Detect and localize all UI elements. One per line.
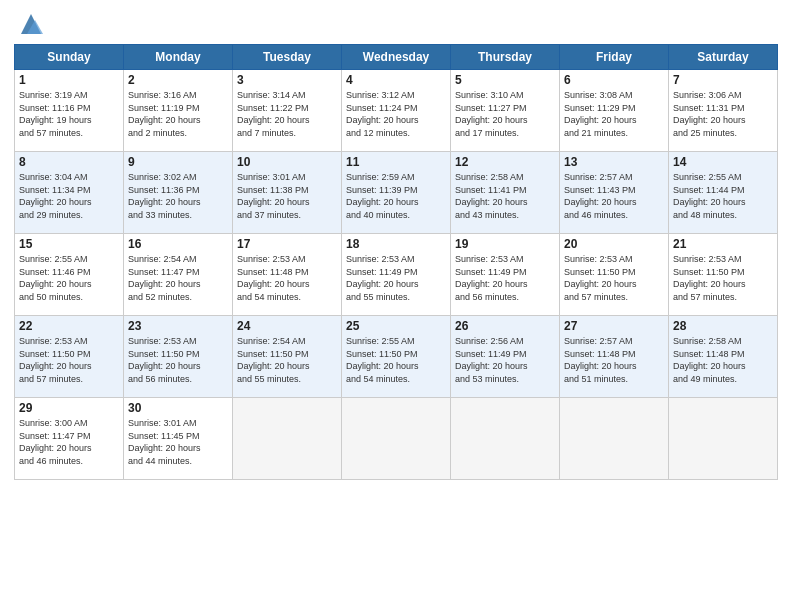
day-number: 1 bbox=[19, 73, 119, 87]
day-info: Sunrise: 3:06 AM Sunset: 11:31 PM Daylig… bbox=[673, 89, 773, 139]
weekday-header: Tuesday bbox=[233, 45, 342, 70]
day-number: 23 bbox=[128, 319, 228, 333]
day-number: 10 bbox=[237, 155, 337, 169]
day-info: Sunrise: 3:02 AM Sunset: 11:36 PM Daylig… bbox=[128, 171, 228, 221]
calendar-day-cell: 4Sunrise: 3:12 AM Sunset: 11:24 PM Dayli… bbox=[342, 70, 451, 152]
calendar-day-cell: 26Sunrise: 2:56 AM Sunset: 11:49 PM Dayl… bbox=[451, 316, 560, 398]
day-number: 5 bbox=[455, 73, 555, 87]
calendar-day-cell: 20Sunrise: 2:53 AM Sunset: 11:50 PM Dayl… bbox=[560, 234, 669, 316]
header bbox=[14, 10, 778, 38]
day-info: Sunrise: 3:10 AM Sunset: 11:27 PM Daylig… bbox=[455, 89, 555, 139]
calendar-day-cell: 21Sunrise: 2:53 AM Sunset: 11:50 PM Dayl… bbox=[669, 234, 778, 316]
day-info: Sunrise: 2:54 AM Sunset: 11:50 PM Daylig… bbox=[237, 335, 337, 385]
calendar-day-cell: 9Sunrise: 3:02 AM Sunset: 11:36 PM Dayli… bbox=[124, 152, 233, 234]
day-info: Sunrise: 2:53 AM Sunset: 11:48 PM Daylig… bbox=[237, 253, 337, 303]
calendar-day-cell: 27Sunrise: 2:57 AM Sunset: 11:48 PM Dayl… bbox=[560, 316, 669, 398]
logo-icon bbox=[17, 10, 45, 38]
day-number: 22 bbox=[19, 319, 119, 333]
day-info: Sunrise: 2:58 AM Sunset: 11:48 PM Daylig… bbox=[673, 335, 773, 385]
day-info: Sunrise: 2:58 AM Sunset: 11:41 PM Daylig… bbox=[455, 171, 555, 221]
day-info: Sunrise: 3:12 AM Sunset: 11:24 PM Daylig… bbox=[346, 89, 446, 139]
calendar-day-cell bbox=[560, 398, 669, 480]
day-number: 8 bbox=[19, 155, 119, 169]
day-info: Sunrise: 3:19 AM Sunset: 11:16 PM Daylig… bbox=[19, 89, 119, 139]
day-info: Sunrise: 2:57 AM Sunset: 11:48 PM Daylig… bbox=[564, 335, 664, 385]
weekday-header: Monday bbox=[124, 45, 233, 70]
day-number: 11 bbox=[346, 155, 446, 169]
day-number: 30 bbox=[128, 401, 228, 415]
calendar-day-cell bbox=[342, 398, 451, 480]
day-info: Sunrise: 3:16 AM Sunset: 11:19 PM Daylig… bbox=[128, 89, 228, 139]
weekday-header: Wednesday bbox=[342, 45, 451, 70]
day-number: 20 bbox=[564, 237, 664, 251]
calendar-day-cell: 29Sunrise: 3:00 AM Sunset: 11:47 PM Dayl… bbox=[15, 398, 124, 480]
day-number: 12 bbox=[455, 155, 555, 169]
calendar-day-cell: 24Sunrise: 2:54 AM Sunset: 11:50 PM Dayl… bbox=[233, 316, 342, 398]
calendar-day-cell: 18Sunrise: 2:53 AM Sunset: 11:49 PM Dayl… bbox=[342, 234, 451, 316]
calendar-day-cell: 10Sunrise: 3:01 AM Sunset: 11:38 PM Dayl… bbox=[233, 152, 342, 234]
calendar-week-row: 22Sunrise: 2:53 AM Sunset: 11:50 PM Dayl… bbox=[15, 316, 778, 398]
day-info: Sunrise: 2:55 AM Sunset: 11:46 PM Daylig… bbox=[19, 253, 119, 303]
weekday-header: Thursday bbox=[451, 45, 560, 70]
day-info: Sunrise: 3:14 AM Sunset: 11:22 PM Daylig… bbox=[237, 89, 337, 139]
calendar-week-row: 8Sunrise: 3:04 AM Sunset: 11:34 PM Dayli… bbox=[15, 152, 778, 234]
calendar-day-cell: 30Sunrise: 3:01 AM Sunset: 11:45 PM Dayl… bbox=[124, 398, 233, 480]
calendar-day-cell: 2Sunrise: 3:16 AM Sunset: 11:19 PM Dayli… bbox=[124, 70, 233, 152]
calendar-day-cell bbox=[233, 398, 342, 480]
day-info: Sunrise: 3:04 AM Sunset: 11:34 PM Daylig… bbox=[19, 171, 119, 221]
day-info: Sunrise: 2:55 AM Sunset: 11:50 PM Daylig… bbox=[346, 335, 446, 385]
day-number: 25 bbox=[346, 319, 446, 333]
day-number: 4 bbox=[346, 73, 446, 87]
day-number: 16 bbox=[128, 237, 228, 251]
day-info: Sunrise: 2:53 AM Sunset: 11:50 PM Daylig… bbox=[128, 335, 228, 385]
calendar-day-cell: 6Sunrise: 3:08 AM Sunset: 11:29 PM Dayli… bbox=[560, 70, 669, 152]
calendar-header-row: SundayMondayTuesdayWednesdayThursdayFrid… bbox=[15, 45, 778, 70]
day-number: 24 bbox=[237, 319, 337, 333]
day-info: Sunrise: 3:01 AM Sunset: 11:38 PM Daylig… bbox=[237, 171, 337, 221]
calendar-day-cell: 25Sunrise: 2:55 AM Sunset: 11:50 PM Dayl… bbox=[342, 316, 451, 398]
day-info: Sunrise: 2:53 AM Sunset: 11:49 PM Daylig… bbox=[346, 253, 446, 303]
calendar-day-cell: 11Sunrise: 2:59 AM Sunset: 11:39 PM Dayl… bbox=[342, 152, 451, 234]
day-number: 21 bbox=[673, 237, 773, 251]
calendar-day-cell: 17Sunrise: 2:53 AM Sunset: 11:48 PM Dayl… bbox=[233, 234, 342, 316]
calendar-day-cell: 22Sunrise: 2:53 AM Sunset: 11:50 PM Dayl… bbox=[15, 316, 124, 398]
calendar-table: SundayMondayTuesdayWednesdayThursdayFrid… bbox=[14, 44, 778, 480]
day-info: Sunrise: 2:53 AM Sunset: 11:50 PM Daylig… bbox=[673, 253, 773, 303]
weekday-header: Saturday bbox=[669, 45, 778, 70]
day-info: Sunrise: 2:53 AM Sunset: 11:50 PM Daylig… bbox=[564, 253, 664, 303]
day-info: Sunrise: 3:01 AM Sunset: 11:45 PM Daylig… bbox=[128, 417, 228, 467]
day-number: 29 bbox=[19, 401, 119, 415]
calendar-day-cell: 14Sunrise: 2:55 AM Sunset: 11:44 PM Dayl… bbox=[669, 152, 778, 234]
calendar-day-cell bbox=[669, 398, 778, 480]
calendar-day-cell: 8Sunrise: 3:04 AM Sunset: 11:34 PM Dayli… bbox=[15, 152, 124, 234]
calendar-day-cell: 19Sunrise: 2:53 AM Sunset: 11:49 PM Dayl… bbox=[451, 234, 560, 316]
weekday-header: Sunday bbox=[15, 45, 124, 70]
day-info: Sunrise: 3:00 AM Sunset: 11:47 PM Daylig… bbox=[19, 417, 119, 467]
calendar-day-cell: 12Sunrise: 2:58 AM Sunset: 11:41 PM Dayl… bbox=[451, 152, 560, 234]
calendar-day-cell: 3Sunrise: 3:14 AM Sunset: 11:22 PM Dayli… bbox=[233, 70, 342, 152]
day-number: 14 bbox=[673, 155, 773, 169]
calendar-day-cell: 7Sunrise: 3:06 AM Sunset: 11:31 PM Dayli… bbox=[669, 70, 778, 152]
calendar-week-row: 15Sunrise: 2:55 AM Sunset: 11:46 PM Dayl… bbox=[15, 234, 778, 316]
day-number: 27 bbox=[564, 319, 664, 333]
day-number: 9 bbox=[128, 155, 228, 169]
day-info: Sunrise: 3:08 AM Sunset: 11:29 PM Daylig… bbox=[564, 89, 664, 139]
calendar-day-cell: 28Sunrise: 2:58 AM Sunset: 11:48 PM Dayl… bbox=[669, 316, 778, 398]
day-number: 3 bbox=[237, 73, 337, 87]
day-number: 26 bbox=[455, 319, 555, 333]
day-number: 6 bbox=[564, 73, 664, 87]
day-info: Sunrise: 2:55 AM Sunset: 11:44 PM Daylig… bbox=[673, 171, 773, 221]
page: SundayMondayTuesdayWednesdayThursdayFrid… bbox=[0, 0, 792, 612]
calendar-day-cell: 13Sunrise: 2:57 AM Sunset: 11:43 PM Dayl… bbox=[560, 152, 669, 234]
calendar-day-cell: 1Sunrise: 3:19 AM Sunset: 11:16 PM Dayli… bbox=[15, 70, 124, 152]
weekday-header: Friday bbox=[560, 45, 669, 70]
day-number: 19 bbox=[455, 237, 555, 251]
day-number: 15 bbox=[19, 237, 119, 251]
day-info: Sunrise: 2:54 AM Sunset: 11:47 PM Daylig… bbox=[128, 253, 228, 303]
day-number: 28 bbox=[673, 319, 773, 333]
calendar-day-cell: 15Sunrise: 2:55 AM Sunset: 11:46 PM Dayl… bbox=[15, 234, 124, 316]
day-info: Sunrise: 2:59 AM Sunset: 11:39 PM Daylig… bbox=[346, 171, 446, 221]
day-number: 7 bbox=[673, 73, 773, 87]
calendar-day-cell: 23Sunrise: 2:53 AM Sunset: 11:50 PM Dayl… bbox=[124, 316, 233, 398]
calendar-week-row: 29Sunrise: 3:00 AM Sunset: 11:47 PM Dayl… bbox=[15, 398, 778, 480]
